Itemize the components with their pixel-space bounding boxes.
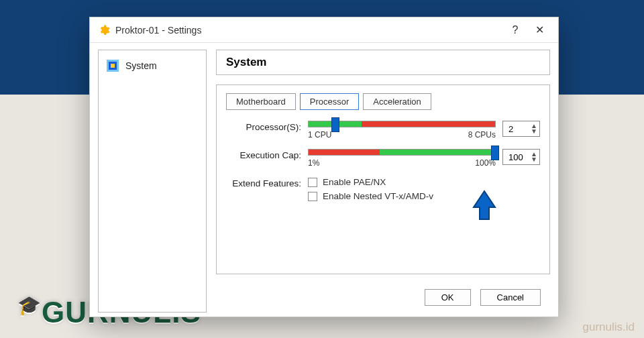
watermark-url: gurnulis.id [583, 321, 635, 334]
execcap-min-label: 1% [308, 158, 319, 168]
sidebar-item-label: System [125, 60, 157, 71]
main-panel: System Motherboard Processor Acceleratio… [216, 50, 550, 313]
tab-acceleration[interactable]: Acceleration [363, 93, 431, 110]
cancel-button[interactable]: Cancel [480, 289, 541, 306]
checkbox-label: Enable Nested VT-x/AMD-v [323, 191, 433, 201]
section-header: System [216, 50, 550, 75]
help-button[interactable]: ? [503, 20, 527, 40]
chip-icon [107, 60, 119, 72]
processor-min-label: 1 CPU [308, 130, 331, 139]
processor-spin[interactable]: 2 ▲▼ [502, 121, 540, 137]
checkbox-icon [308, 178, 317, 187]
window-title: Proktor-01 - Settings [115, 25, 503, 36]
processor-label: Processor(S): [226, 121, 301, 132]
stepper-icon: ▲▼ [531, 123, 537, 134]
sidebar: System [98, 50, 207, 313]
titlebar: Proktor-01 - Settings ? ✕ [90, 17, 558, 43]
slider-thumb[interactable] [491, 146, 499, 160]
checkbox-nested-vt[interactable]: Enable Nested VT-x/AMD-v [308, 191, 540, 201]
slider-thumb[interactable] [331, 117, 339, 132]
tab-processor[interactable]: Processor [300, 93, 360, 110]
tab-motherboard[interactable]: Motherboard [226, 93, 296, 110]
features-label: Extend Features: [226, 177, 301, 188]
processor-spin-value: 2 [508, 124, 513, 134]
tab-bar: Motherboard Processor Acceleration [226, 93, 540, 110]
gear-icon [98, 24, 110, 36]
settings-dialog: Proktor-01 - Settings ? ✕ System System … [89, 17, 559, 317]
execcap-spin[interactable]: 100 ▲▼ [502, 149, 540, 165]
checkbox-pae-nx[interactable]: Enable PAE/NX [308, 177, 540, 187]
dialog-actions: OK Cancel [216, 284, 550, 313]
execcap-spin-value: 100 [508, 152, 523, 162]
checkbox-label: Enable PAE/NX [323, 177, 386, 187]
close-button[interactable]: ✕ [527, 20, 551, 40]
sidebar-item-system[interactable]: System [99, 56, 206, 76]
checkbox-icon [308, 192, 317, 201]
ok-button[interactable]: OK [425, 289, 471, 306]
processor-slider[interactable] [308, 121, 496, 127]
stepper-icon: ▲▼ [531, 152, 537, 162]
processor-max-label: 8 CPUs [468, 130, 496, 139]
section-title: System [226, 56, 540, 69]
execcap-label: Execution Cap: [226, 149, 301, 160]
execcap-slider[interactable] [308, 149, 496, 156]
settings-panel: Motherboard Processor Acceleration Proce… [216, 84, 550, 274]
